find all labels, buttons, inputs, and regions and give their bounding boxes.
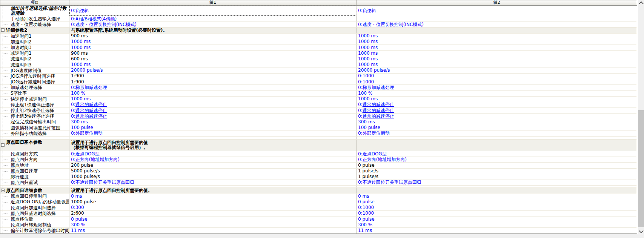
scrollbar-thumb[interactable] [638,110,644,227]
axis2-cell[interactable]: 300 ms [357,119,637,124]
axis1-cell[interactable]: 1000 ms [69,62,357,68]
vertical-scrollbar[interactable] [638,0,644,234]
axis2-cell[interactable]: 300 % [357,222,637,227]
tree-guide-stub [3,177,8,177]
axis1-cell[interactable]: 1000 ms [69,45,357,50]
axis1-cell[interactable]: 200 pulse [69,163,357,168]
axis1-cell[interactable]: 5000 pulse/s [69,169,357,174]
axis1-cell[interactable]: 300 ms [69,119,357,124]
column-header-axis2: 轴2 [357,0,637,5]
axis1-cell[interactable]: 0:不通过限位开关重试原点回归 [69,180,357,185]
item-cell: 原点回归转矩限制值 [0,222,69,227]
item-label: 停止组1快速停止选择 [11,102,68,107]
axis1-value: 0:通常的减速停止 [71,108,107,113]
item-cell: 详细参数2 [0,28,69,33]
item-cell: 原点回归重试 [0,180,69,185]
axis1-value: 0:不通过限位开关重试原点回归 [71,180,134,185]
axis2-cell[interactable]: 0:1000 [357,74,637,79]
axis1-cell[interactable]: 1000 pulse [69,199,357,204]
axis1-cell[interactable]: 0:正方向(地址增加方向) [69,157,357,162]
axis1-value: 300 % [71,223,85,227]
item-cell: 加减速处理选择 [0,85,69,90]
collapse-minus-icon[interactable] [1,189,5,192]
axis1-cell[interactable]: 20000 pulse/s [69,68,357,73]
axis2-cell[interactable]: 1000 ms [357,34,637,39]
axis2-cell[interactable]: 0 pulse [357,199,637,204]
axis2-value: 0:1000 [358,205,374,210]
axis2-cell[interactable]: 100 pulse [357,125,637,131]
tree-guide-stub [3,59,8,59]
axis1-cell[interactable]: 0 ms [69,193,357,199]
axis2-cell [357,188,637,193]
axis1-value: 1000 ms [71,45,91,50]
axis2-cell[interactable]: 1000 ms [357,56,637,61]
tree-guide-stub [3,183,8,183]
axis2-cell[interactable]: 0:近点DOG型 [357,151,637,157]
axis2-cell[interactable]: 1 pulse/s [357,169,637,174]
axis1-cell[interactable]: 0 pulse [69,217,357,222]
axis1-cell[interactable]: 11 ms [69,228,357,233]
axis1-cell[interactable]: 0:300 [69,205,357,210]
axis1-cell[interactable]: 100 pulse [69,125,357,131]
axis2-cell[interactable]: 0:通常的减速停止 [357,108,637,113]
axis1-cell[interactable]: 1000 pulse/s [69,174,357,180]
axis1-value: 0:梯形加减速处理 [71,85,107,90]
axis2-cell[interactable]: 0:通常的减速停止 [357,114,637,119]
axis1-cell[interactable]: 0:梯形加减速处理 [69,85,357,90]
axis2-cell[interactable]: 0:1000 [357,211,637,216]
axis1-cell[interactable]: 300 % [69,222,357,227]
axis2-cell[interactable]: 11 ms [357,228,637,233]
axis2-cell[interactable]: 0:不通过限位开关重试原点回归 [357,180,637,185]
axis1-cell[interactable]: 0:近点DOG型 [69,151,357,157]
axis2-cell[interactable]: 0:外部定位启动 [357,131,637,136]
collapse-minus-icon[interactable] [1,28,5,32]
axis2-cell[interactable]: 1000 ms [357,45,637,50]
scroll-up-button[interactable] [638,0,644,6]
table-row: 爬行速度1000 pulse/s1 pulse/s [0,174,637,180]
axis1-cell[interactable]: 1:900 [69,74,357,79]
axis1-cell[interactable]: 1000 ms [69,97,357,102]
axis1-cell[interactable]: 100 % [69,91,357,96]
axis1-cell[interactable]: 900 ms [69,34,357,39]
tree-guide-stub [3,76,8,77]
axis2-cell[interactable]: 0:速度・位置切换控制(INC模式) [357,22,637,27]
axis2-cell[interactable]: 0:梯形加减速处理 [357,85,637,90]
scroll-down-button[interactable] [638,228,644,234]
axis2-cell[interactable]: 0 ms [357,193,637,199]
axis1-cell[interactable]: 0:A相/B相模式(4倍频) [69,16,357,21]
axis1-cell[interactable]: 2:600 [69,211,357,216]
axis2-cell[interactable]: 100 % [357,91,637,96]
axis1-cell[interactable]: 0:外部定位启动 [69,131,357,136]
item-label: 爬行速度 [11,174,68,180]
axis2-cell[interactable]: 0:正方向(地址增加方向) [357,157,637,162]
axis1-cell[interactable]: 600 ms [69,56,357,61]
collapse-minus-icon[interactable] [1,143,5,147]
axis2-cell[interactable]: 1000 ms [357,39,637,45]
axis2-cell[interactable]: 1000 ms [357,51,637,56]
axis2-cell[interactable] [357,16,637,21]
axis2-value: 0:速度・位置切换控制(INC模式) [358,22,424,27]
axis2-cell[interactable]: 20000 pulse/s [357,68,637,73]
table-row: 原点回归速度5000 pulse/s1 pulse/s [0,169,637,174]
axis1-cell[interactable]: 0:通常的减速停止 [69,108,357,113]
axis2-cell[interactable]: 0:1000 [357,205,637,210]
axis1-cell[interactable]: 900 ms [69,51,357,56]
axis2-cell[interactable]: 1000 ms [357,97,637,102]
axis2-cell[interactable]: 0:通常的减速停止 [357,102,637,107]
table-row: 圆弧插补间误差允许范围100 pulse100 pulse [0,125,637,131]
axis1-cell[interactable]: 1000 ms [69,39,357,45]
axis1-cell[interactable]: 0:负逻辑 [69,6,357,16]
axis2-cell[interactable]: 1000 ms [357,62,637,68]
tree-guide-stub [3,171,8,172]
axis1-cell[interactable]: 0:速度・位置切换控制(INC模式) [69,22,357,27]
axis1-cell[interactable]: 0:通常的减速停止 [69,114,357,119]
axis1-value: 5000 pulse/s [71,169,100,174]
item-label: 原点回归停留时间 [11,193,68,199]
axis2-cell[interactable]: 0:1000 [357,79,637,84]
axis1-cell[interactable]: 1:900 [69,79,357,84]
axis2-cell[interactable]: 0:负逻辑 [357,6,637,16]
axis2-cell[interactable]: 0 pulse [357,217,637,222]
axis2-cell[interactable]: 0 pulse [357,163,637,168]
axis1-cell[interactable]: 0:通常的减速停止 [69,102,357,107]
axis2-cell[interactable]: 1 pulse/s [357,174,637,180]
